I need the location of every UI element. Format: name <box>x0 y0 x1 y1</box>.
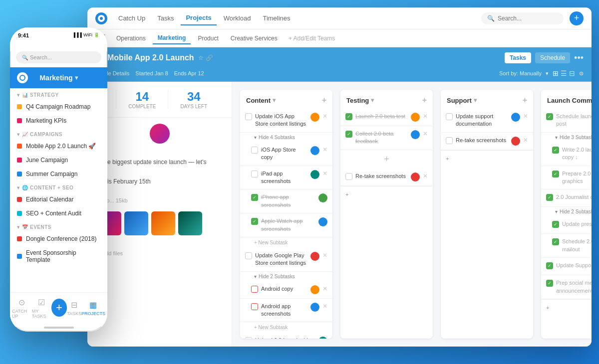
subtask-toggle-3[interactable]: ▾ Hide 3 Subtasks <box>541 133 592 142</box>
subtask-toggle-2[interactable]: ▾ Hide 2 Subtasks <box>240 272 332 281</box>
more-options-button[interactable]: ••• <box>574 53 584 63</box>
sidebar-item-summer-campaign[interactable]: Summer Campaign <box>10 167 107 181</box>
section-header-events[interactable]: ▾ 📅 EVENTS <box>10 220 107 232</box>
close-icon[interactable]: ✕ <box>423 113 428 120</box>
task-item[interactable]: iPad app screenshots ✕ <box>240 166 332 190</box>
search-input[interactable] <box>498 15 558 22</box>
task-checkbox[interactable] <box>345 173 352 180</box>
section-header-content-seo[interactable]: ▾ 🌐 CONTENT + SEO <box>10 181 107 192</box>
task-checkbox-checked[interactable] <box>552 147 559 154</box>
task-item[interactable]: iPhone app screenshots <box>240 189 332 213</box>
tab-creative-services[interactable]: Creative Services <box>226 33 283 44</box>
task-checkbox-checked[interactable] <box>546 262 553 269</box>
section-header-campaigns[interactable]: ▾ 📈 CAMPAIGNS <box>10 128 107 139</box>
add-task-btn-testing[interactable]: + <box>340 186 433 202</box>
list-view-icon[interactable]: ☰ <box>561 69 567 77</box>
task-checkbox[interactable] <box>245 113 252 120</box>
column-testing-arrow[interactable]: ▾ <box>371 97 374 104</box>
compact-view-icon[interactable]: ⊟ <box>569 69 575 77</box>
task-item[interactable]: Collect 2.0 beta feedback ✕ <box>340 126 433 150</box>
phone-nav-catch-up[interactable]: ⊙ CATCH UP <box>12 297 32 319</box>
grid-view-icon[interactable]: ⊞ <box>553 69 559 77</box>
task-item[interactable]: Schedule launch blog post <box>541 109 592 133</box>
tab-product[interactable]: Product <box>193 33 223 44</box>
task-checkbox-checked[interactable] <box>552 221 559 228</box>
task-item[interactable]: Launch 2.0 beta test ✕ <box>340 109 433 126</box>
column-testing-add[interactable]: + <box>422 96 427 105</box>
sidebar-item-june-campaign[interactable]: June Campaign <box>10 153 107 167</box>
task-item[interactable]: Apple Watch app screenshots <box>240 213 332 237</box>
phone-nav-add-button[interactable]: + <box>51 299 67 317</box>
task-item[interactable]: Write 2.0 launch blog copy ↓ <box>541 142 592 166</box>
task-checkbox-checked[interactable] <box>552 171 559 178</box>
schedule-view-button[interactable]: Schedule <box>535 52 570 63</box>
task-checkbox[interactable] <box>446 113 453 120</box>
task-checkbox[interactable] <box>245 337 252 339</box>
close-icon[interactable]: ✕ <box>322 252 327 259</box>
filter-icon[interactable]: ⊜ <box>579 70 584 77</box>
close-icon[interactable]: ✕ <box>523 137 528 144</box>
task-item[interactable]: Schedule 2.0 PR mailout <box>541 234 592 258</box>
task-item[interactable]: Update press list <box>541 216 592 234</box>
detail-add-files[interactable]: + Add files <box>87 241 232 266</box>
task-checkbox[interactable] <box>251 286 258 293</box>
column-support-add[interactable]: + <box>523 96 527 105</box>
task-checkbox-checked[interactable] <box>546 280 553 287</box>
nav-projects[interactable]: Projects <box>181 11 216 25</box>
task-item[interactable]: 2.0 Journalist outreach <box>541 189 592 207</box>
close-icon[interactable]: ✕ <box>322 146 327 153</box>
task-item[interactable]: Prep social media announcements <box>541 275 592 299</box>
close-icon[interactable]: ✕ <box>322 303 327 310</box>
close-icon[interactable]: ✕ <box>423 130 428 137</box>
section-header-strategy[interactable]: ▾ 📊 STRATEGY <box>10 88 107 100</box>
phone-workspace-selector[interactable]: Marketing ▾ <box>39 74 77 82</box>
nav-tasks[interactable]: Tasks <box>152 11 179 25</box>
subtask-toggle[interactable]: ▾ Hide 4 Subtasks <box>240 133 332 142</box>
add-button[interactable]: + <box>570 11 584 25</box>
task-item[interactable]: Re-take screenshots ✕ <box>441 133 533 150</box>
tasks-view-button[interactable]: Tasks <box>505 52 531 63</box>
task-item[interactable]: iOS App Store copy ✕ <box>240 142 332 166</box>
task-checkbox-checked[interactable] <box>546 194 553 201</box>
task-item[interactable]: Upload 2.0 launch video <box>240 333 332 339</box>
task-checkbox-checked[interactable] <box>552 238 559 245</box>
add-edit-teams[interactable]: + Add/Edit Teams <box>285 33 339 44</box>
sidebar-item-event-sponsorship[interactable]: Event Sponsorship Template <box>10 246 107 267</box>
task-item[interactable]: Android copy ✕ <box>240 281 332 299</box>
task-checkbox[interactable] <box>251 147 258 154</box>
column-content-arrow[interactable]: ▾ <box>273 97 276 104</box>
task-item[interactable]: Update iOS App Store content listings ✕ <box>240 109 332 133</box>
task-checkbox[interactable] <box>245 252 252 259</box>
add-task-btn-launch-comms[interactable]: + <box>541 299 592 316</box>
search-bar[interactable]: 🔍 <box>481 12 564 24</box>
task-checkbox-checked[interactable] <box>251 194 258 201</box>
nav-timelines[interactable]: Timelines <box>258 11 295 25</box>
sidebar-item-editorial-calendar[interactable]: Editorial Calendar <box>10 192 107 206</box>
sidebar-item-mobile-app[interactable]: Mobile App 2.0 Launch 🚀 <box>10 139 107 153</box>
close-icon[interactable]: ✕ <box>322 113 327 120</box>
close-icon[interactable]: ✕ <box>423 173 428 180</box>
column-content-add[interactable]: + <box>322 96 326 105</box>
task-item[interactable]: Re-take screenshots ✕ <box>340 169 433 186</box>
add-subtask-1[interactable]: + New Subtask <box>240 237 332 248</box>
task-item[interactable]: Android app screenshots ✕ <box>240 299 332 323</box>
sidebar-item-seo-audit[interactable]: SEO + Content Audit <box>10 206 107 220</box>
task-item[interactable]: Prepare 2.0 launch graphics <box>541 166 592 190</box>
task-checkbox-checked[interactable] <box>345 113 352 120</box>
tab-marketing[interactable]: Marketing <box>153 32 191 44</box>
task-checkbox[interactable] <box>251 303 258 310</box>
subtask-toggle-4[interactable]: ▾ Hide 2 Subtasks <box>541 207 592 216</box>
app-logo[interactable] <box>95 12 107 24</box>
phone-nav-projects[interactable]: ▦ PROJECTS <box>81 299 105 316</box>
add-subtask-2[interactable]: + New Subtask <box>240 322 332 333</box>
tab-operations[interactable]: Operations <box>111 33 151 44</box>
sidebar-item-marketing-kpis[interactable]: Marketing KPIs <box>10 114 107 128</box>
phone-search-bar[interactable]: 🔍 Search... <box>16 51 101 63</box>
task-item[interactable]: Update Support docs <box>541 258 592 275</box>
column-support-arrow[interactable]: ▾ <box>474 97 477 104</box>
task-item[interactable]: Update support documentation ✕ <box>441 109 533 133</box>
task-item[interactable]: Update Google Play Store content listing… <box>240 248 332 272</box>
close-icon[interactable]: ✕ <box>523 113 528 120</box>
nav-catch-up[interactable]: Catch Up <box>113 11 150 25</box>
add-task-btn-support[interactable]: + <box>441 150 533 167</box>
